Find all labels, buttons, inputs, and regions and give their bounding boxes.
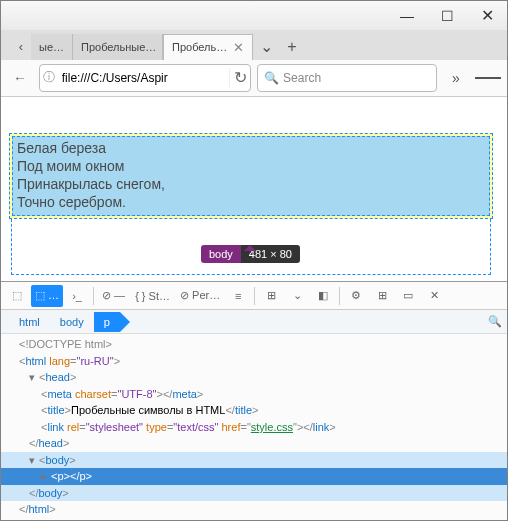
hamburger-menu-icon[interactable]: [475, 65, 501, 91]
new-tab-button[interactable]: +: [279, 34, 305, 60]
pick-element-button[interactable]: ⬚: [5, 285, 29, 307]
toolbar-button[interactable]: ◧: [311, 285, 335, 307]
dom-p-selected[interactable]: ▸<p></p>: [1, 468, 507, 485]
tab-label: Пробельные…: [81, 41, 156, 53]
inspector-highlight-content: Белая береза Под моим окном Принакрылась…: [12, 136, 490, 216]
badge-tagname: body: [201, 245, 241, 263]
dom-tree[interactable]: <!DOCTYPE html> <html lang="ru-RU"> ▾<he…: [1, 334, 507, 520]
url-bar[interactable]: ⓘ ↻: [39, 64, 251, 92]
window-maximize-button[interactable]: ☐: [427, 4, 467, 28]
page-viewport: Белая береза Под моим окном Принакрылась…: [1, 97, 507, 283]
browser-tab[interactable]: Пробельные…: [73, 34, 163, 60]
performance-tab[interactable]: ⊘ Per…: [176, 285, 224, 307]
dom-body-open[interactable]: ▾<body>: [1, 452, 507, 469]
toolbar-button[interactable]: ⌄: [285, 285, 309, 307]
tablist-dropdown[interactable]: ⌄: [253, 34, 279, 60]
reload-button[interactable]: ↻: [229, 68, 250, 87]
crumb-body[interactable]: body: [50, 312, 94, 332]
tab-label: Пробель…: [172, 41, 227, 53]
poem-line: Под моим окном: [17, 157, 485, 175]
poem-line: Белая береза: [17, 139, 485, 157]
console-tab[interactable]: ›_: [65, 285, 89, 307]
dom-link[interactable]: <link rel="stylesheet" type="text/css" h…: [1, 419, 507, 436]
dom-breadcrumb: html body p 🔍: [1, 310, 507, 334]
style-editor-tab[interactable]: { } St…: [131, 285, 174, 307]
dom-title[interactable]: <title>Пробельные символы в HTML</title>: [1, 402, 507, 419]
inspector-node-badge: body 481 × 80: [201, 245, 300, 263]
nav-back-button[interactable]: ←: [7, 65, 33, 91]
browser-tab-active[interactable]: Пробель… ✕: [163, 34, 253, 60]
url-input[interactable]: [58, 71, 229, 85]
inspector-highlight-margin: Белая береза Под моим окном Принакрылась…: [9, 133, 493, 219]
crumb-p[interactable]: p: [94, 312, 120, 332]
poem-line: Точно серебром.: [17, 193, 485, 211]
dom-doctype[interactable]: <!DOCTYPE html>: [1, 336, 507, 353]
devtools-panel: ⬚ ⬚ … ›_ ⊘ — { } St… ⊘ Per… ≡ ⊞ ⌄ ◧ ⚙ ⊞ …: [1, 282, 507, 520]
devtools-toolbar: ⬚ ⬚ … ›_ ⊘ — { } St… ⊘ Per… ≡ ⊞ ⌄ ◧ ⚙ ⊞ …: [1, 282, 507, 310]
crumb-html[interactable]: html: [9, 312, 50, 332]
toolbar-button[interactable]: ⊞: [259, 285, 283, 307]
window-minimize-button[interactable]: —: [387, 4, 427, 28]
tab-history-back[interactable]: ‹: [11, 34, 31, 60]
search-bar[interactable]: 🔍 Search: [257, 64, 437, 92]
dom-search-icon[interactable]: 🔍: [483, 311, 507, 333]
inspector-tab[interactable]: ⬚ …: [31, 285, 63, 307]
browser-tab[interactable]: ые…: [31, 34, 73, 60]
devtools-dock-icon[interactable]: ▭: [396, 285, 420, 307]
dom-head-open[interactable]: ▾<head>: [1, 369, 507, 386]
dom-head-close[interactable]: </head>: [1, 435, 507, 452]
site-info-icon[interactable]: ⓘ: [40, 69, 58, 86]
toolbar-overflow-button[interactable]: »: [443, 65, 469, 91]
devtools-panels-icon[interactable]: ⊞: [370, 285, 394, 307]
dom-html-close[interactable]: </html>: [1, 501, 507, 518]
window-close-button[interactable]: ✕: [467, 4, 507, 28]
tab-label: ые…: [39, 41, 64, 53]
badge-dimensions: 481 × 80: [241, 245, 300, 263]
debugger-tab[interactable]: ⊘ —: [98, 285, 129, 307]
dom-html-open[interactable]: <html lang="ru-RU">: [1, 353, 507, 370]
toolbar-more-icon[interactable]: ≡: [226, 285, 250, 307]
devtools-close-button[interactable]: ✕: [422, 285, 446, 307]
tab-close-icon[interactable]: ✕: [233, 40, 244, 55]
poem-line: Принакрылась снегом,: [17, 175, 485, 193]
search-placeholder: Search: [283, 71, 321, 85]
dom-meta[interactable]: <meta charset="UTF-8"></meta>: [1, 386, 507, 403]
dom-body-close[interactable]: </body>: [1, 485, 507, 502]
search-icon: 🔍: [264, 71, 279, 85]
devtools-settings-icon[interactable]: ⚙: [344, 285, 368, 307]
